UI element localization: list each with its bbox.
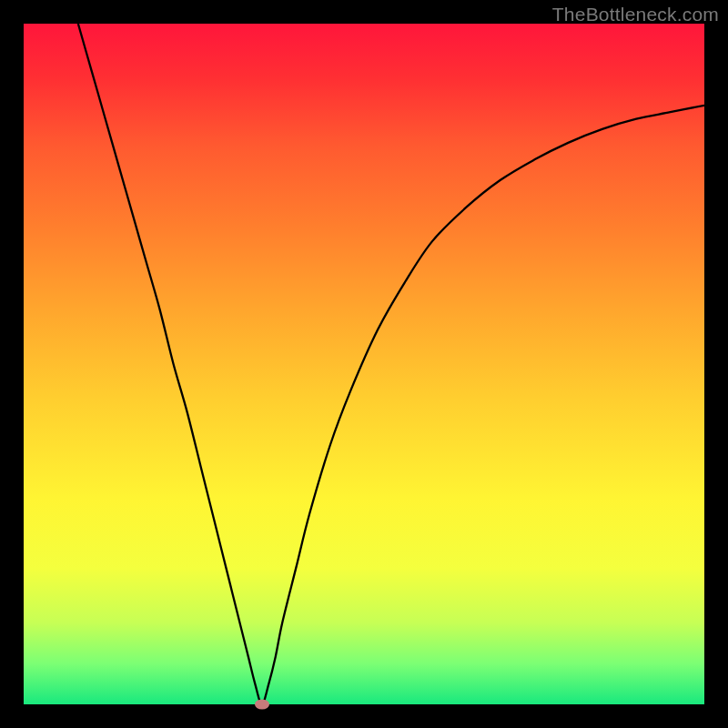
plot-area — [24, 24, 704, 704]
optimum-marker — [255, 700, 269, 710]
watermark-text: TheBottleneck.com — [552, 4, 719, 25]
curve-svg — [24, 24, 704, 704]
chart-frame: TheBottleneck.com — [0, 0, 728, 728]
bottleneck-curve — [78, 24, 704, 704]
